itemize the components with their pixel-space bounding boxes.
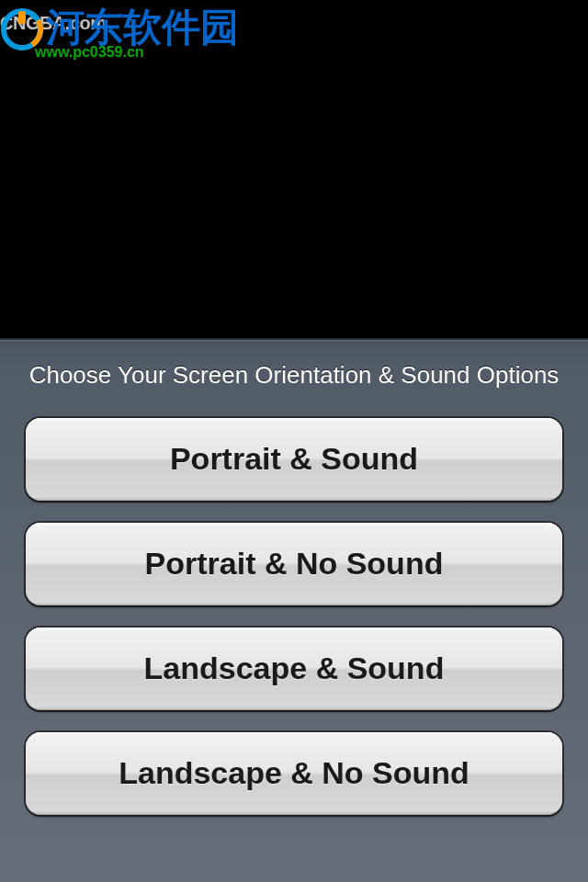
action-sheet-button-group: Portrait & Sound Portrait & No Sound Lan… (26, 418, 562, 815)
portrait-no-sound-button[interactable]: Portrait & No Sound (26, 523, 562, 605)
landscape-sound-button[interactable]: Landscape & Sound (26, 628, 562, 710)
background-black-area (0, 0, 588, 338)
action-sheet: Choose Your Screen Orientation & Sound O… (0, 338, 588, 882)
portrait-sound-button[interactable]: Portrait & Sound (26, 418, 562, 501)
action-sheet-title: Choose Your Screen Orientation & Sound O… (26, 360, 562, 390)
landscape-no-sound-button[interactable]: Landscape & No Sound (26, 732, 562, 815)
